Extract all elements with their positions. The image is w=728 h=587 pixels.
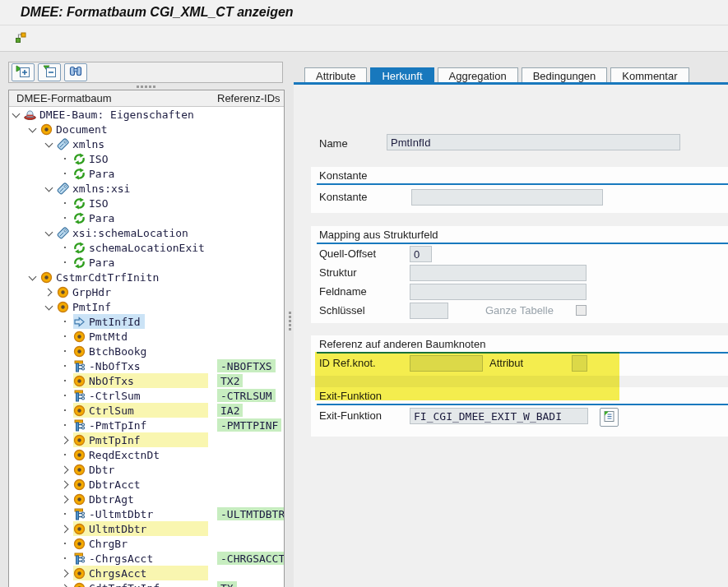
tree-node-content[interactable]: PmtInf	[57, 299, 115, 314]
tree-node-content[interactable]: GrpHdr	[57, 284, 115, 299]
tree-node-content[interactable]: PmtTpInf	[73, 432, 208, 447]
tree-node-content[interactable]: ISO	[73, 196, 112, 210]
struktur-field[interactable]	[410, 265, 587, 281]
tree-node[interactable]: PmtInf	[9, 299, 284, 314]
tree-node-content[interactable]: Document	[40, 122, 112, 136]
tree-node-content[interactable]: Para	[73, 166, 118, 181]
chevron-down-icon[interactable]	[45, 140, 53, 148]
tree-node-content[interactable]: CdtTrfTxInf	[73, 580, 164, 587]
tree-node[interactable]: xsi:schemaLocation	[9, 225, 284, 240]
exit-funktion-editor-button[interactable]	[600, 408, 619, 427]
quell-offset-field[interactable]	[410, 246, 432, 262]
name-field[interactable]	[387, 134, 680, 150]
tree-node-content[interactable]: BtchBookg	[73, 344, 151, 358]
tree-node[interactable]: ChrgsAcct	[9, 566, 284, 580]
tree-node-content[interactable]: xmlns	[57, 136, 109, 151]
tree-node-content[interactable]: -NbOfTxs	[73, 358, 145, 373]
tree-node-content[interactable]: Para	[73, 210, 118, 225]
tab-aggregation[interactable]: Aggregation	[438, 67, 518, 84]
tree-node[interactable]: NbOfTxsTX2	[9, 373, 284, 388]
tree-node[interactable]: ISO	[9, 196, 284, 210]
chevron-right-icon[interactable]	[45, 288, 53, 296]
tree-node[interactable]: -UltmtDbtr-ULTMTDBTR2	[9, 506, 284, 521]
tree-node[interactable]: -ChrgsAcct-CHRGSACCT	[9, 551, 284, 566]
tree-node[interactable]: BtchBookg	[9, 344, 284, 358]
exit-funktion-field[interactable]	[410, 408, 588, 424]
tree-node[interactable]: GrpHdr	[9, 284, 284, 299]
tree-node[interactable]: DMEE-Baum: Eigenschaften	[9, 107, 284, 122]
tree-node-content[interactable]: Dbtr	[73, 462, 118, 477]
tree-node[interactable]: schemaLocationExit	[9, 240, 284, 255]
tree-node[interactable]: CdtTrfTxInfTX	[9, 580, 284, 587]
tree-node-content[interactable]: UltmtDbtr	[73, 521, 208, 536]
tree-node[interactable]: DbtrAgt	[9, 492, 284, 506]
chevron-right-icon[interactable]	[62, 525, 70, 533]
chevron-down-icon[interactable]	[12, 110, 21, 118]
tree-node[interactable]: ReqdExctnDt	[9, 447, 284, 462]
tree-node[interactable]: UltmtDbtr	[9, 521, 284, 536]
tree-node[interactable]: xmlns	[9, 136, 284, 151]
tree-node-content[interactable]: ReqdExctnDt	[73, 447, 164, 462]
tree-node-content[interactable]: -UltmtDbtr	[73, 506, 157, 521]
chevron-down-icon[interactable]	[29, 125, 37, 133]
chevron-down-icon[interactable]	[45, 184, 53, 192]
chevron-right-icon[interactable]	[62, 436, 70, 444]
tree-node-content[interactable]: schemaLocationExit	[73, 240, 209, 255]
tree-node[interactable]: DbtrAcct	[9, 477, 284, 492]
tree-node-content[interactable]: ISO	[73, 151, 112, 166]
chevron-right-icon[interactable]	[62, 465, 70, 474]
tree-node[interactable]: ChrgBr	[9, 536, 284, 551]
tree-node[interactable]: -CtrlSum-CTRLSUM	[9, 388, 284, 403]
tree-node[interactable]: xmlns:xsi	[9, 181, 284, 196]
tree-node[interactable]: Para	[9, 166, 284, 181]
tree-node-content[interactable]: NbOfTxs	[73, 373, 208, 388]
tab-herkunft[interactable]: Herkunft	[370, 67, 434, 84]
tree-node[interactable]: Para	[9, 210, 284, 225]
tree-node-content[interactable]: Para	[73, 255, 118, 270]
tree-node[interactable]: CstmrCdtTrfInitn	[9, 270, 284, 284]
tree-node[interactable]: PmtMtd	[9, 329, 284, 344]
tree-node-content[interactable]: ChrgBr	[73, 536, 132, 551]
chevron-down-icon[interactable]	[45, 229, 53, 237]
chevron-right-icon[interactable]	[62, 495, 70, 503]
konstante-field[interactable]	[411, 189, 603, 206]
tab-bedingungen[interactable]: Bedingungen	[522, 67, 608, 84]
tab-kommentar[interactable]: Kommentar	[610, 67, 689, 84]
feldname-field[interactable]	[410, 284, 587, 300]
tab-attribute[interactable]: Attribute	[304, 67, 367, 84]
chevron-right-icon[interactable]	[62, 480, 70, 488]
expand-subtree-button[interactable]	[12, 63, 35, 81]
tree-splitter-handle[interactable]	[8, 83, 283, 90]
find-button[interactable]	[64, 63, 87, 81]
tree-node-content[interactable]: ChrgsAcct	[73, 566, 208, 580]
tree-node-content[interactable]: PmtMtd	[73, 329, 132, 344]
tree-node[interactable]: Dbtr	[9, 462, 284, 477]
tree-node-content[interactable]: -CtrlSum	[73, 388, 145, 403]
schluessel-field[interactable]	[410, 303, 448, 319]
tree-node-content[interactable]: CstmrCdtTrfInitn	[40, 270, 163, 284]
tree-node-content[interactable]: xmlns:xsi	[57, 181, 134, 196]
tree-node[interactable]: PmtInfId	[9, 314, 284, 329]
attribut-field[interactable]	[572, 355, 587, 372]
tree-structure-button[interactable]	[10, 29, 31, 49]
tree-node[interactable]: ISO	[9, 151, 284, 166]
tree-node[interactable]: CtrlSumIA2	[9, 403, 284, 418]
tree-node-content[interactable]: DbtrAcct	[73, 477, 145, 492]
tree-node[interactable]: -PmtTpInf-PMTTPINF	[9, 418, 284, 432]
tree-node-content[interactable]: DbtrAgt	[73, 492, 138, 506]
id-ref-field[interactable]	[410, 355, 483, 372]
tree-node-content[interactable]: PmtInfId	[73, 314, 145, 329]
tree-node[interactable]: Document	[9, 122, 284, 136]
chevron-right-icon[interactable]	[62, 584, 70, 587]
tree-node-content[interactable]: -PmtTpInf	[73, 418, 151, 432]
tree-node-content[interactable]: CtrlSum	[73, 403, 208, 418]
chevron-down-icon[interactable]	[29, 273, 37, 281]
chevron-down-icon[interactable]	[45, 303, 53, 311]
tree-node[interactable]: Para	[9, 255, 284, 270]
tree-node-content[interactable]: DMEE-Baum: Eigenschaften	[24, 107, 198, 122]
ganze-tabelle-checkbox[interactable]	[576, 305, 587, 316]
tree-node-content[interactable]: xsi:schemaLocation	[57, 225, 192, 240]
chevron-right-icon[interactable]	[62, 569, 70, 577]
collapse-subtree-button[interactable]	[38, 63, 61, 81]
tree-node[interactable]: -NbOfTxs-NBOFTXS	[9, 358, 284, 373]
